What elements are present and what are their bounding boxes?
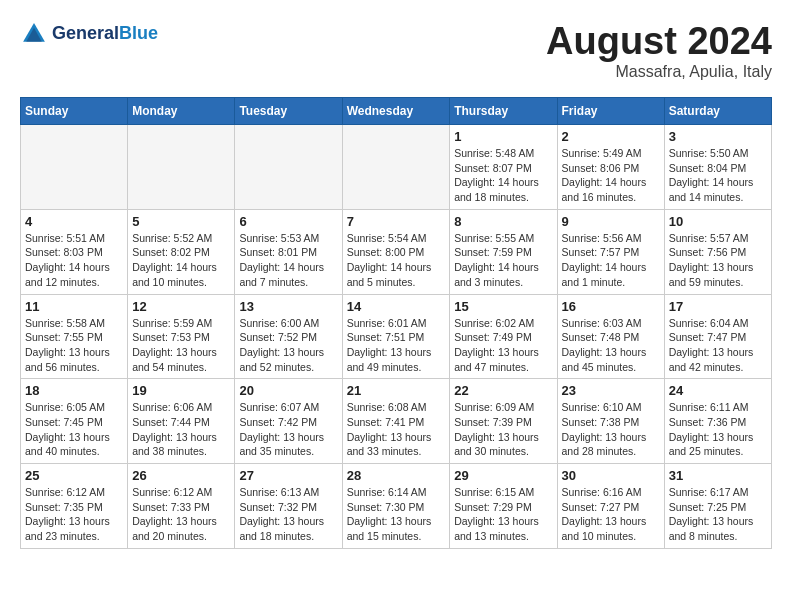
day-info: Sunrise: 6:00 AM Sunset: 7:52 PM Dayligh… (239, 316, 337, 375)
page-header: GeneralBlue August 2024 Massafra, Apulia… (20, 20, 772, 81)
day-number: 11 (25, 299, 123, 314)
day-number: 14 (347, 299, 446, 314)
calendar-cell: 12Sunrise: 5:59 AM Sunset: 7:53 PM Dayli… (128, 294, 235, 379)
calendar-cell: 1Sunrise: 5:48 AM Sunset: 8:07 PM Daylig… (450, 125, 557, 210)
day-number: 18 (25, 383, 123, 398)
day-number: 27 (239, 468, 337, 483)
day-number: 28 (347, 468, 446, 483)
day-number: 23 (562, 383, 660, 398)
title-section: August 2024 Massafra, Apulia, Italy (546, 20, 772, 81)
calendar-cell (128, 125, 235, 210)
day-info: Sunrise: 6:06 AM Sunset: 7:44 PM Dayligh… (132, 400, 230, 459)
day-number: 6 (239, 214, 337, 229)
calendar-cell: 11Sunrise: 5:58 AM Sunset: 7:55 PM Dayli… (21, 294, 128, 379)
calendar-cell: 8Sunrise: 5:55 AM Sunset: 7:59 PM Daylig… (450, 209, 557, 294)
day-number: 20 (239, 383, 337, 398)
day-info: Sunrise: 5:53 AM Sunset: 8:01 PM Dayligh… (239, 231, 337, 290)
day-info: Sunrise: 5:49 AM Sunset: 8:06 PM Dayligh… (562, 146, 660, 205)
weekday-header-friday: Friday (557, 98, 664, 125)
calendar-cell: 18Sunrise: 6:05 AM Sunset: 7:45 PM Dayli… (21, 379, 128, 464)
day-info: Sunrise: 6:12 AM Sunset: 7:33 PM Dayligh… (132, 485, 230, 544)
calendar-cell: 15Sunrise: 6:02 AM Sunset: 7:49 PM Dayli… (450, 294, 557, 379)
day-number: 9 (562, 214, 660, 229)
calendar-cell: 2Sunrise: 5:49 AM Sunset: 8:06 PM Daylig… (557, 125, 664, 210)
calendar-cell: 3Sunrise: 5:50 AM Sunset: 8:04 PM Daylig… (664, 125, 771, 210)
day-info: Sunrise: 5:51 AM Sunset: 8:03 PM Dayligh… (25, 231, 123, 290)
day-info: Sunrise: 5:54 AM Sunset: 8:00 PM Dayligh… (347, 231, 446, 290)
day-number: 5 (132, 214, 230, 229)
calendar-cell: 28Sunrise: 6:14 AM Sunset: 7:30 PM Dayli… (342, 464, 450, 549)
day-number: 3 (669, 129, 767, 144)
day-number: 21 (347, 383, 446, 398)
calendar-title: August 2024 (546, 20, 772, 63)
calendar-cell: 10Sunrise: 5:57 AM Sunset: 7:56 PM Dayli… (664, 209, 771, 294)
day-number: 30 (562, 468, 660, 483)
day-info: Sunrise: 5:50 AM Sunset: 8:04 PM Dayligh… (669, 146, 767, 205)
weekday-header-saturday: Saturday (664, 98, 771, 125)
calendar-cell: 29Sunrise: 6:15 AM Sunset: 7:29 PM Dayli… (450, 464, 557, 549)
day-info: Sunrise: 6:11 AM Sunset: 7:36 PM Dayligh… (669, 400, 767, 459)
day-info: Sunrise: 6:03 AM Sunset: 7:48 PM Dayligh… (562, 316, 660, 375)
day-info: Sunrise: 5:52 AM Sunset: 8:02 PM Dayligh… (132, 231, 230, 290)
calendar-subtitle: Massafra, Apulia, Italy (546, 63, 772, 81)
day-info: Sunrise: 6:07 AM Sunset: 7:42 PM Dayligh… (239, 400, 337, 459)
day-info: Sunrise: 6:01 AM Sunset: 7:51 PM Dayligh… (347, 316, 446, 375)
day-info: Sunrise: 6:15 AM Sunset: 7:29 PM Dayligh… (454, 485, 552, 544)
weekday-header-tuesday: Tuesday (235, 98, 342, 125)
day-info: Sunrise: 5:59 AM Sunset: 7:53 PM Dayligh… (132, 316, 230, 375)
day-info: Sunrise: 6:04 AM Sunset: 7:47 PM Dayligh… (669, 316, 767, 375)
calendar-cell: 24Sunrise: 6:11 AM Sunset: 7:36 PM Dayli… (664, 379, 771, 464)
day-number: 15 (454, 299, 552, 314)
calendar-cell: 21Sunrise: 6:08 AM Sunset: 7:41 PM Dayli… (342, 379, 450, 464)
calendar-cell: 26Sunrise: 6:12 AM Sunset: 7:33 PM Dayli… (128, 464, 235, 549)
calendar-cell: 27Sunrise: 6:13 AM Sunset: 7:32 PM Dayli… (235, 464, 342, 549)
logo: GeneralBlue (20, 20, 158, 48)
calendar-cell: 22Sunrise: 6:09 AM Sunset: 7:39 PM Dayli… (450, 379, 557, 464)
calendar-cell: 9Sunrise: 5:56 AM Sunset: 7:57 PM Daylig… (557, 209, 664, 294)
calendar-cell: 25Sunrise: 6:12 AM Sunset: 7:35 PM Dayli… (21, 464, 128, 549)
day-number: 29 (454, 468, 552, 483)
weekday-header-row: SundayMondayTuesdayWednesdayThursdayFrid… (21, 98, 772, 125)
day-info: Sunrise: 6:09 AM Sunset: 7:39 PM Dayligh… (454, 400, 552, 459)
day-number: 17 (669, 299, 767, 314)
calendar-cell: 23Sunrise: 6:10 AM Sunset: 7:38 PM Dayli… (557, 379, 664, 464)
day-info: Sunrise: 6:05 AM Sunset: 7:45 PM Dayligh… (25, 400, 123, 459)
calendar-cell: 30Sunrise: 6:16 AM Sunset: 7:27 PM Dayli… (557, 464, 664, 549)
weekday-header-wednesday: Wednesday (342, 98, 450, 125)
day-number: 31 (669, 468, 767, 483)
week-row-1: 1Sunrise: 5:48 AM Sunset: 8:07 PM Daylig… (21, 125, 772, 210)
calendar-cell: 19Sunrise: 6:06 AM Sunset: 7:44 PM Dayli… (128, 379, 235, 464)
logo-text-line1: GeneralBlue (52, 24, 158, 44)
day-number: 8 (454, 214, 552, 229)
day-info: Sunrise: 6:02 AM Sunset: 7:49 PM Dayligh… (454, 316, 552, 375)
day-number: 12 (132, 299, 230, 314)
calendar-cell: 14Sunrise: 6:01 AM Sunset: 7:51 PM Dayli… (342, 294, 450, 379)
calendar-cell: 16Sunrise: 6:03 AM Sunset: 7:48 PM Dayli… (557, 294, 664, 379)
day-number: 22 (454, 383, 552, 398)
weekday-header-sunday: Sunday (21, 98, 128, 125)
calendar-cell: 7Sunrise: 5:54 AM Sunset: 8:00 PM Daylig… (342, 209, 450, 294)
day-info: Sunrise: 6:14 AM Sunset: 7:30 PM Dayligh… (347, 485, 446, 544)
calendar-cell: 20Sunrise: 6:07 AM Sunset: 7:42 PM Dayli… (235, 379, 342, 464)
day-number: 4 (25, 214, 123, 229)
calendar-cell: 5Sunrise: 5:52 AM Sunset: 8:02 PM Daylig… (128, 209, 235, 294)
day-number: 19 (132, 383, 230, 398)
day-number: 10 (669, 214, 767, 229)
calendar-cell: 4Sunrise: 5:51 AM Sunset: 8:03 PM Daylig… (21, 209, 128, 294)
calendar-cell: 17Sunrise: 6:04 AM Sunset: 7:47 PM Dayli… (664, 294, 771, 379)
day-info: Sunrise: 6:10 AM Sunset: 7:38 PM Dayligh… (562, 400, 660, 459)
day-number: 26 (132, 468, 230, 483)
day-info: Sunrise: 6:13 AM Sunset: 7:32 PM Dayligh… (239, 485, 337, 544)
day-number: 2 (562, 129, 660, 144)
day-number: 16 (562, 299, 660, 314)
calendar-cell (235, 125, 342, 210)
day-number: 25 (25, 468, 123, 483)
week-row-3: 11Sunrise: 5:58 AM Sunset: 7:55 PM Dayli… (21, 294, 772, 379)
day-info: Sunrise: 5:56 AM Sunset: 7:57 PM Dayligh… (562, 231, 660, 290)
day-number: 13 (239, 299, 337, 314)
week-row-4: 18Sunrise: 6:05 AM Sunset: 7:45 PM Dayli… (21, 379, 772, 464)
logo-icon (20, 20, 48, 48)
calendar-table: SundayMondayTuesdayWednesdayThursdayFrid… (20, 97, 772, 549)
week-row-2: 4Sunrise: 5:51 AM Sunset: 8:03 PM Daylig… (21, 209, 772, 294)
day-info: Sunrise: 5:48 AM Sunset: 8:07 PM Dayligh… (454, 146, 552, 205)
